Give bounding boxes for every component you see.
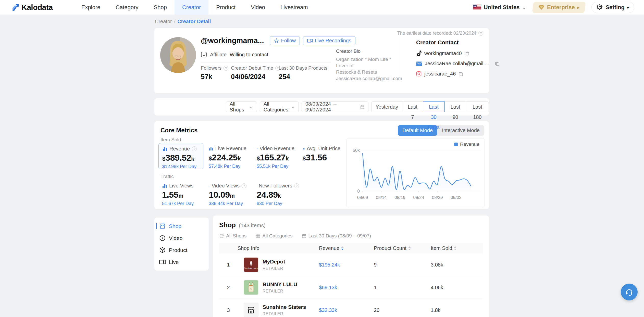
- svg-text:50k: 50k: [353, 148, 360, 153]
- range-last-180-days[interactable]: Last 180 days: [466, 102, 489, 112]
- info-icon[interactable]: ?: [294, 183, 299, 188]
- header-shop-info: Shop Info: [238, 245, 319, 251]
- bar-chart-icon: [209, 183, 210, 188]
- row-revenue[interactable]: $32.33k: [319, 307, 374, 313]
- breadcrumb-current: Creator Detail: [177, 19, 211, 24]
- support-button[interactable]: [621, 284, 638, 300]
- settings-label: Setting: [605, 4, 625, 11]
- breadcrumb: Creator/Creator Detail: [154, 15, 489, 28]
- range-last-30-days[interactable]: Last 30 Days: [423, 102, 445, 112]
- interactive-mode-button[interactable]: Interactive Mode: [437, 125, 484, 136]
- creator-bio: Creator Bio Organization * Mom Life * Lo…: [336, 48, 397, 82]
- contact-value[interactable]: jessicarae_46: [424, 71, 456, 77]
- info-icon[interactable]: ?: [478, 31, 483, 36]
- shop-name[interactable]: MyDepot: [263, 259, 285, 265]
- detail-side-nav: Shop Video Product Live: [154, 218, 209, 271]
- metric-live-revenue[interactable]: Live Revenue $224.25k $7.48k Per Day: [205, 143, 250, 169]
- arrow-right-icon: ▸: [627, 5, 629, 10]
- sort-icons[interactable]: [341, 246, 344, 250]
- date-range-picker[interactable]: 08/09/2024 → 09/07/2024: [302, 102, 368, 112]
- range-yesterday[interactable]: Yesterday: [371, 102, 402, 112]
- all-shops-label: All Shops: [230, 101, 249, 113]
- table-row[interactable]: 2 BU: [219, 276, 483, 299]
- shop-filter-date-range[interactable]: Last 30 Days (08/09 ~ 09/07): [302, 233, 371, 239]
- row-revenue[interactable]: $195.24k: [319, 262, 374, 268]
- sort-icons[interactable]: [408, 246, 411, 250]
- email-icon: [416, 61, 422, 66]
- country-selector[interactable]: United States ⌄: [473, 4, 526, 11]
- nav-item-product[interactable]: Product: [208, 0, 243, 15]
- metric-revenue[interactable]: Revenue ? $389.52k $12.98k Per Day: [158, 143, 203, 169]
- nav-item-explore[interactable]: Explore: [74, 0, 108, 15]
- all-shops-select[interactable]: All Shops ⌄: [226, 102, 257, 112]
- revenue-chart-svg[interactable]: 50k008/0908/1408/1908/2408/2909/03: [346, 138, 485, 207]
- table-row[interactable]: 1 FineJoys Home MyDepot RETAILER $195.24…: [219, 253, 483, 276]
- shop-name[interactable]: BUNNY LULU: [263, 281, 297, 287]
- value-number: 389.52: [165, 153, 191, 163]
- sidebar-item-shop[interactable]: Shop: [154, 220, 209, 232]
- affiliate-smiley-icon: [201, 52, 207, 58]
- metric-video-views[interactable]: Video Views ? 10.09m 336.44k Per Day: [205, 180, 250, 207]
- metric-video-revenue[interactable]: Video Revenue $165.27k $5.51k Per Day: [253, 143, 298, 169]
- shop-name[interactable]: Sunshine Sisters: [263, 304, 306, 310]
- live-recordings-button[interactable]: Live Recordings: [303, 36, 355, 45]
- header-revenue[interactable]: Revenue: [319, 245, 374, 251]
- header-item-sold[interactable]: Item Sold: [431, 245, 483, 251]
- revenue-chart-panel: Revenue 50k008/0908/1408/1908/2408/2909/…: [346, 138, 485, 207]
- shop-icon: [159, 223, 166, 229]
- kalodata-logo[interactable]: Kalodata: [0, 3, 53, 12]
- svg-text:08/24: 08/24: [413, 195, 424, 200]
- shop-type-badge: RETAILER: [263, 266, 285, 271]
- sort-icons[interactable]: [454, 246, 456, 250]
- metric-label: Video Views: [212, 183, 240, 189]
- shop-filter-all-categories[interactable]: All Categories: [256, 233, 292, 239]
- range-last-7-days[interactable]: Last 7 Days: [402, 102, 423, 112]
- enterprise-badge[interactable]: Enterprise ▸: [532, 2, 585, 13]
- copy-icon[interactable]: [459, 72, 463, 76]
- calendar-icon: [360, 105, 365, 109]
- row-revenue[interactable]: $69.13k: [319, 285, 374, 290]
- range-last-90-days[interactable]: Last 90 days: [444, 102, 466, 112]
- copy-icon[interactable]: [465, 51, 469, 56]
- metric-avg-unit-price[interactable]: Avg. Unit Price $31.56: [299, 143, 344, 169]
- shop-logo-bunny-lulu: [244, 280, 258, 295]
- shop-filter-all-shops[interactable]: All Shops: [219, 233, 246, 239]
- box-icon: [159, 247, 166, 253]
- shop-items-count: (143 items): [239, 222, 266, 229]
- sidebar-item-live[interactable]: Live: [154, 256, 209, 268]
- contact-value[interactable]: workingmama40: [424, 50, 462, 56]
- sidebar-item-product[interactable]: Product: [154, 244, 209, 256]
- value-suffix: m: [230, 193, 235, 199]
- stat-products: Last 30 Days Products 254: [279, 65, 327, 81]
- copy-icon[interactable]: [495, 61, 500, 66]
- play-circle-icon: [159, 235, 166, 241]
- value-number: 31.56: [306, 153, 327, 162]
- nav-item-creator[interactable]: Creator: [175, 0, 208, 15]
- info-icon[interactable]: ?: [224, 66, 228, 71]
- metric-new-followers[interactable]: New Followers ? 24.89k 830 Per Day: [253, 180, 298, 207]
- settings-button[interactable]: Setting ▸: [591, 2, 634, 13]
- core-metrics-card: Core Metrics Default Mode Interactive Mo…: [154, 121, 489, 209]
- metric-live-views[interactable]: Live Views 1.55m 51.67k Per Day: [158, 180, 203, 207]
- headset-icon: [625, 288, 633, 296]
- header-product-count[interactable]: Product Count: [374, 245, 431, 251]
- nav-item-shop[interactable]: Shop: [146, 0, 175, 15]
- shop-section-title: Shop: [219, 221, 236, 229]
- all-categories-select[interactable]: All Categories ⌄: [260, 102, 299, 112]
- stat-label: Followers: [201, 65, 221, 71]
- earliest-date-text: The earliest date recorded: 02/23/2024: [397, 31, 476, 36]
- stat-debut-time: Creator Debut Time? 04/06/2024: [231, 65, 280, 81]
- table-row[interactable]: 3 Sunshine Sisters RETAILER $32.33k: [219, 299, 483, 317]
- shop-icon: [219, 234, 224, 238]
- sidebar-item-video[interactable]: Video: [154, 232, 209, 244]
- breadcrumb-parent[interactable]: Creator: [155, 19, 172, 24]
- nav-item-video[interactable]: Video: [243, 0, 273, 15]
- follow-button[interactable]: Follow: [270, 36, 300, 45]
- contact-title: Creator Contact: [416, 39, 500, 46]
- info-icon[interactable]: ?: [242, 183, 246, 188]
- info-icon[interactable]: ?: [192, 146, 197, 151]
- value-suffix: k: [238, 155, 241, 162]
- nav-item-livestream[interactable]: Livestream: [273, 0, 316, 15]
- nav-item-category[interactable]: Category: [108, 0, 146, 15]
- contact-value[interactable]: JessicaRae.collab@gmail....: [425, 61, 489, 67]
